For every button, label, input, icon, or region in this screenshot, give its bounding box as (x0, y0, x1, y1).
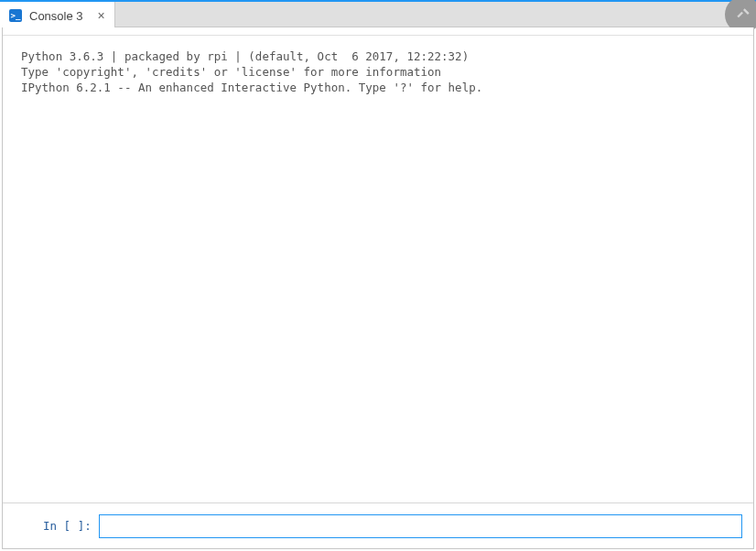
input-bar: In [ ]: (3, 502, 753, 548)
close-icon[interactable]: × (96, 9, 107, 22)
tab-console[interactable]: >_ Console 3 × (0, 2, 115, 29)
tab-bar-empty (115, 2, 756, 27)
tab-bar: >_ Console 3 × (0, 0, 756, 27)
prompt-label: In [ ]: (12, 519, 99, 533)
terminal-icon: >_ (9, 9, 22, 22)
console-output-area[interactable]: Python 3.6.3 | packaged by rpi | (defaul… (3, 27, 753, 502)
banner-line: Type 'copyright', 'credits' or 'license'… (21, 65, 735, 81)
banner-line: IPython 6.2.1 -- An enhanced Interactive… (21, 81, 735, 96)
code-input[interactable] (99, 514, 742, 538)
console-panel: Python 3.6.3 | packaged by rpi | (defaul… (2, 27, 754, 549)
banner-line: Python 3.6.3 | packaged by rpi | (defaul… (21, 49, 735, 65)
tab-label: Console 3 (29, 9, 83, 23)
